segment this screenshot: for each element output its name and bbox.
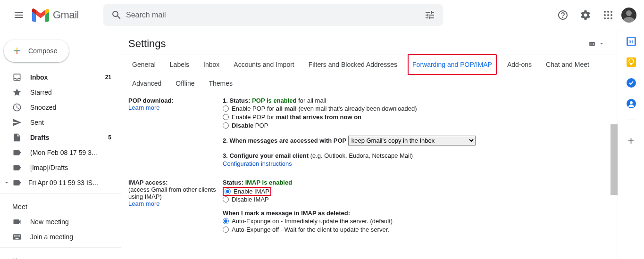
keyboard-icon: [587, 40, 597, 47]
star-icon: [12, 88, 22, 97]
compose-button[interactable]: Compose: [4, 40, 69, 62]
hamburger-icon: [13, 9, 25, 21]
sidebar-item-label: New meeting: [30, 218, 111, 226]
imap-subtitle: (access Gmail from other clients using I…: [128, 186, 216, 200]
imap-status-prefix: Status:: [223, 179, 245, 186]
help-icon: [557, 9, 569, 21]
gear-icon: [580, 9, 591, 21]
svg-rect-14: [630, 64, 632, 65]
input-tools-button[interactable]: [587, 40, 610, 47]
imap-expunge-off[interactable]: Auto-Expunge off - Wait for the client t…: [223, 226, 610, 233]
sidebar-item-label: Fri Apr 09 11 59 33 IS...: [28, 179, 111, 186]
tab-general[interactable]: General: [128, 55, 159, 74]
keep-icon: [627, 57, 636, 67]
tab-advanced[interactable]: Advanced: [128, 74, 165, 93]
compose-label: Compose: [28, 47, 58, 55]
settings-content: Settings General Labels Inbox Accounts a…: [121, 30, 618, 259]
search-icon: [111, 9, 122, 21]
svg-point-2: [611, 11, 612, 13]
svg-point-17: [630, 101, 633, 104]
pop-option-disable[interactable]: Disable POP: [223, 122, 610, 129]
google-apps-button[interactable]: [599, 6, 618, 24]
tab-inbox[interactable]: Inbox: [200, 55, 223, 74]
account-avatar[interactable]: [621, 8, 636, 23]
tab-filters[interactable]: Filters and Blocked Addresses: [305, 55, 401, 74]
radio-icon: [223, 196, 229, 202]
sidebar-item-label: Join a meeting: [30, 233, 111, 241]
radio-icon: [225, 188, 231, 194]
pop-configure-label: 3. Configure your email client: [223, 152, 309, 159]
calendar-app-button[interactable]: 31: [627, 37, 636, 46]
pop-when-accessed-label: 2. When messages are accessed with POP: [223, 137, 348, 144]
tab-chat[interactable]: Chat and Meet: [542, 55, 593, 74]
svg-point-3: [604, 14, 606, 16]
search-box[interactable]: [103, 4, 443, 26]
keyboard-icon: [12, 232, 22, 242]
svg-point-4: [607, 14, 609, 16]
videocam-icon: [12, 217, 22, 227]
sidebar-item-snoozed[interactable]: Snoozed: [0, 100, 117, 115]
sidebar-item-starred[interactable]: Starred: [0, 85, 117, 100]
settings-button[interactable]: [576, 6, 595, 24]
label-icon: [12, 148, 22, 157]
imap-access-title: IMAP access:: [128, 179, 168, 186]
add-apps-button[interactable]: +: [622, 131, 641, 150]
tab-accounts[interactable]: Accounts and Import: [230, 55, 298, 74]
sidebar-item-inbox[interactable]: Inbox 21: [0, 70, 117, 85]
plus-icon: +: [627, 134, 634, 147]
tab-labels[interactable]: Labels: [166, 55, 193, 74]
pop-option-all-mail[interactable]: Enable POP for all mail (even mail that'…: [223, 105, 610, 112]
imap-option-disable[interactable]: Disable IMAP: [223, 196, 610, 203]
tab-offline[interactable]: Offline: [172, 74, 198, 93]
search-options-button[interactable]: [420, 6, 439, 24]
search-button[interactable]: [107, 6, 126, 24]
contacts-app-button[interactable]: [627, 99, 636, 108]
pop-config-instructions-link[interactable]: Configuration instructions: [223, 160, 292, 167]
meet-heading: Meet: [0, 193, 121, 214]
pop-action-select[interactable]: keep Gmail's copy in the Inbox: [348, 136, 476, 146]
svg-point-8: [611, 17, 612, 19]
pop-option-new-mail[interactable]: Enable POP for mail that arrives from no…: [223, 113, 610, 121]
pop-status-suffix: for all mail: [297, 97, 326, 104]
page-title: Settings: [128, 38, 166, 50]
sidebar-item-drafts[interactable]: Drafts 5: [0, 130, 117, 145]
pop-status-prefix: 1. Status:: [223, 97, 252, 104]
gmail-logo-icon: [32, 8, 49, 22]
radio-icon: [223, 122, 229, 129]
imap-expunge-on[interactable]: Auto-Expunge on - Immediately update the…: [223, 218, 610, 225]
apps-icon: [602, 9, 614, 21]
sidebar-item-label: Starred: [30, 89, 111, 96]
tasks-app-button[interactable]: [627, 78, 636, 88]
radio-icon: [223, 218, 229, 224]
sidebar-item-join-meeting[interactable]: Join a meeting: [0, 229, 117, 244]
pop-status-value: POP is enabled: [252, 97, 296, 104]
radio-icon: [223, 105, 229, 112]
imap-learn-more-link[interactable]: Learn more: [128, 200, 159, 207]
svg-point-7: [607, 17, 609, 19]
sidebar-item-sent[interactable]: Sent: [0, 115, 117, 130]
pop-learn-more-link[interactable]: Learn more: [128, 104, 159, 111]
main-menu-button[interactable]: [8, 4, 30, 26]
keep-app-button[interactable]: [627, 57, 636, 67]
sidebar-item-label-3[interactable]: Fri Apr 09 11 59 33 IS...: [0, 175, 117, 190]
sidebar-item-label-2[interactable]: [Imap]/Drafts: [0, 160, 117, 175]
arrow-drop-down-icon: [4, 180, 9, 186]
tab-addons[interactable]: Add-ons: [503, 55, 535, 74]
support-button[interactable]: [553, 6, 572, 24]
svg-point-6: [604, 17, 606, 19]
hangouts-heading: Hangouts: [0, 247, 121, 259]
sidebar-item-label-1[interactable]: (Mon Feb 08 17 59 3...: [0, 145, 117, 160]
tab-forwarding[interactable]: Forwarding and POP/IMAP: [408, 54, 497, 75]
plus-icon: [11, 45, 23, 57]
sidebar: Compose Inbox 21 Starred Snoozed Sent Dr…: [0, 30, 121, 259]
search-input[interactable]: [126, 11, 420, 19]
gmail-logo[interactable]: Gmail: [32, 8, 79, 22]
sidebar-item-count: 5: [108, 134, 111, 141]
send-icon: [12, 118, 22, 127]
scrollbar-thumb[interactable]: [611, 124, 618, 195]
tab-themes[interactable]: Themes: [205, 74, 237, 93]
sidebar-item-label: Snoozed: [30, 104, 111, 111]
label-icon: [12, 163, 22, 172]
sidebar-item-new-meeting[interactable]: New meeting: [0, 214, 117, 229]
imap-option-enable[interactable]: Enable IMAP: [225, 188, 269, 195]
